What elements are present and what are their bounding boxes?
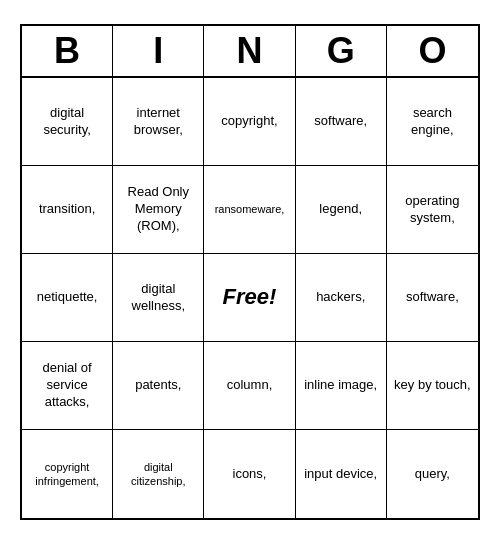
- bingo-cell-15: denial of service attacks,: [22, 342, 113, 430]
- bingo-cell-16: patents,: [113, 342, 204, 430]
- bingo-cell-21: digital citizenship,: [113, 430, 204, 518]
- bingo-cell-20: copyright infringement,: [22, 430, 113, 518]
- header-n: N: [204, 26, 295, 76]
- header-i: I: [113, 26, 204, 76]
- bingo-cell-24: query,: [387, 430, 478, 518]
- bingo-card: B I N G O digital security,internet brow…: [20, 24, 480, 520]
- header-o: O: [387, 26, 478, 76]
- bingo-cell-5: transition,: [22, 166, 113, 254]
- bingo-cell-23: input device,: [296, 430, 387, 518]
- bingo-header: B I N G O: [22, 26, 478, 78]
- header-b: B: [22, 26, 113, 76]
- bingo-cell-12: Free!: [204, 254, 295, 342]
- bingo-cell-1: internet browser,: [113, 78, 204, 166]
- bingo-cell-19: key by touch,: [387, 342, 478, 430]
- bingo-cell-6: Read Only Memory (ROM),: [113, 166, 204, 254]
- bingo-cell-3: software,: [296, 78, 387, 166]
- bingo-cell-10: netiquette,: [22, 254, 113, 342]
- bingo-cell-13: hackers,: [296, 254, 387, 342]
- bingo-cell-2: copyright,: [204, 78, 295, 166]
- bingo-grid: digital security,internet browser,copyri…: [22, 78, 478, 518]
- bingo-cell-18: inline image,: [296, 342, 387, 430]
- bingo-cell-7: ransomeware,: [204, 166, 295, 254]
- bingo-cell-11: digital wellness,: [113, 254, 204, 342]
- header-g: G: [296, 26, 387, 76]
- bingo-cell-22: icons,: [204, 430, 295, 518]
- bingo-cell-9: operating system,: [387, 166, 478, 254]
- bingo-cell-8: legend,: [296, 166, 387, 254]
- bingo-cell-0: digital security,: [22, 78, 113, 166]
- bingo-cell-4: search engine,: [387, 78, 478, 166]
- bingo-cell-17: column,: [204, 342, 295, 430]
- bingo-cell-14: software,: [387, 254, 478, 342]
